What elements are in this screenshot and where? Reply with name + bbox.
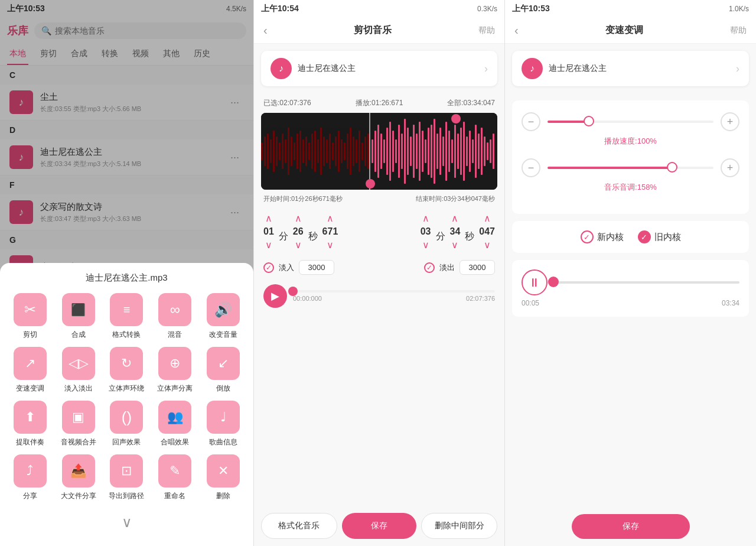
end-min-up[interactable]: ∧ [422,213,429,224]
kernel-new-check[interactable]: ✓ [581,230,594,243]
start-min-down[interactable]: ∨ [265,239,272,251]
svg-rect-29 [344,142,346,160]
reverse-icon: ↙ [207,347,240,380]
pitch-thumb[interactable] [667,162,677,173]
playback-bar: ▶ 00:00:000 02:07:376 [254,280,504,313]
modal-item-export[interactable]: ⊡ 导出到路径 [106,454,148,501]
back-button[interactable]: ‹ [263,24,268,37]
end-sec-group: ∧ 34 ∨ [450,213,461,251]
modal-close-button[interactable]: ∨ [9,508,244,537]
pitch-progress-thumb[interactable] [548,277,559,287]
kernel-old-label: 旧内核 [654,232,681,243]
modal-overlay[interactable]: 迪士尼在逃公主.mp3 ✂ 剪切 ⬛ 合成 ≡ 格式转换 ∞ 混音 [0,0,253,546]
speed-track[interactable] [548,121,713,123]
svg-rect-4 [270,139,272,163]
svg-rect-11 [291,136,292,166]
cut-bottom-actions: 格式化音乐 保存 删除中间部分 [254,506,504,546]
start-sec-up[interactable]: ∧ [295,213,302,224]
pitch-times: 00:05 03:34 [522,299,739,307]
modal-item-format[interactable]: ≡ 格式转换 [106,293,148,340]
end-min-down[interactable]: ∨ [422,239,429,251]
delete-middle-button[interactable]: 删除中间部分 [421,513,497,539]
modal-item-extract[interactable]: ⬆ 提取伴奏 [9,401,51,447]
modal-item-chorus[interactable]: 👥 合唱效果 [154,401,195,447]
cut-save-button[interactable]: 保存 [342,513,417,539]
pitch-track-container[interactable] [553,281,739,284]
svg-rect-48 [398,125,400,178]
modal-item-large-share[interactable]: 📤 大文件分享 [58,454,99,501]
pitch-track[interactable] [548,167,713,169]
modal-item-speed[interactable]: ↗ 变速变调 [9,347,51,394]
start-ms-up[interactable]: ∧ [327,213,334,224]
format-music-button[interactable]: 格式化音乐 [261,513,337,539]
svg-rect-17 [308,142,310,160]
modal-item-echo[interactable]: () 回声效果 [106,401,148,447]
pitch-help-button[interactable]: 帮助 [730,25,747,36]
speed-increase-button[interactable]: + [721,112,739,131]
modal-item-compose[interactable]: ⬛ 合成 [58,293,99,340]
pitch-save-button[interactable]: 保存 [572,514,690,539]
cut-song-card[interactable]: ♪ 迪士尼在逃公主 › [261,51,497,86]
svg-rect-18 [311,134,313,169]
end-sec-down[interactable]: ∨ [451,239,458,251]
fade-in-check[interactable]: ✓ [263,262,274,273]
end-ms-down[interactable]: ∨ [484,239,491,251]
end-ms-up[interactable]: ∧ [484,213,491,224]
svg-rect-74 [475,125,477,178]
svg-rect-54 [416,134,418,169]
modal-item-av-merge[interactable]: ▣ 音视频合并 [58,401,99,447]
end-label: 结束时间:03分34秒047毫秒 [416,194,495,203]
start-sec-down[interactable]: ∨ [295,239,302,251]
pitch-play-pause-button[interactable]: ⏸ [522,269,548,295]
kernel-old-check[interactable]: ✓ [638,230,651,243]
fade-in-input[interactable] [299,260,334,275]
pitch-progress-track[interactable] [553,281,739,284]
svg-rect-26 [335,136,337,166]
pitch-increase-button[interactable]: + [721,158,739,177]
speed-decrease-button[interactable]: − [522,112,540,131]
svg-rect-23 [326,139,328,163]
info-label: 歌曲信息 [209,437,237,447]
pitch-decrease-button[interactable]: − [522,158,540,177]
waveform-container[interactable] [261,113,497,190]
cut-play-button[interactable]: ▶ [263,284,287,308]
modal-item-volume[interactable]: 🔊 改变音量 [203,293,244,340]
start-min-up[interactable]: ∧ [265,213,272,224]
info-icon: ♩ [207,401,240,434]
svg-rect-1 [261,142,263,160]
modal-item-rename[interactable]: ✎ 重命名 [154,454,195,501]
svg-rect-30 [347,134,348,169]
modal-item-reverse[interactable]: ↙ 倒放 [203,347,244,394]
svg-rect-71 [466,136,468,166]
cut-progress[interactable]: 00:00:000 02:07:376 [293,290,495,302]
cut-progress-track[interactable] [293,290,495,292]
waveform-svg [261,113,497,190]
end-sec-up[interactable]: ∧ [451,213,458,224]
fade-out-label: 淡出 [439,262,455,273]
modal-item-stereo-sep[interactable]: ⊕ 立体声分离 [154,347,195,394]
pitch-back-button[interactable]: ‹ [514,24,519,37]
kernel-old-item[interactable]: ✓ 旧内核 [638,230,681,243]
modal-item-delete[interactable]: ✕ 删除 [203,454,244,501]
modal-item-fade[interactable]: ◁▷ 淡入淡出 [58,347,99,394]
modal-item-mix[interactable]: ∞ 混音 [154,293,195,340]
start-ms-down[interactable]: ∨ [327,239,334,251]
speed-thumb[interactable] [584,116,594,126]
pitch-status-net: 1.0K/s [729,5,749,13]
compose-icon: ⬛ [62,293,95,326]
cut-stats: 已选:02:07:376 播放:01:26:671 全部:03:34:047 [254,93,504,113]
modal-item-cut[interactable]: ✂ 剪切 [9,293,51,340]
fade-out-check[interactable]: ✓ [424,262,435,273]
svg-rect-45 [389,122,391,181]
modal-item-stereo-env[interactable]: ↻ 立体声环绕 [106,347,148,394]
cut-progress-thumb[interactable] [288,287,298,296]
pitch-song-card[interactable]: ♪ 迪士尼在逃公主 › [512,51,749,86]
modal-item-share[interactable]: ⤴ 分享 [9,454,51,501]
svg-rect-59 [431,125,432,178]
stereo-sep-icon: ⊕ [158,347,191,380]
fade-out-input[interactable] [460,260,495,275]
kernel-new-item[interactable]: ✓ 新内核 [581,230,624,243]
modal-item-info[interactable]: ♩ 歌曲信息 [203,401,244,447]
export-label: 导出到路径 [109,491,144,501]
help-button[interactable]: 帮助 [478,25,495,36]
